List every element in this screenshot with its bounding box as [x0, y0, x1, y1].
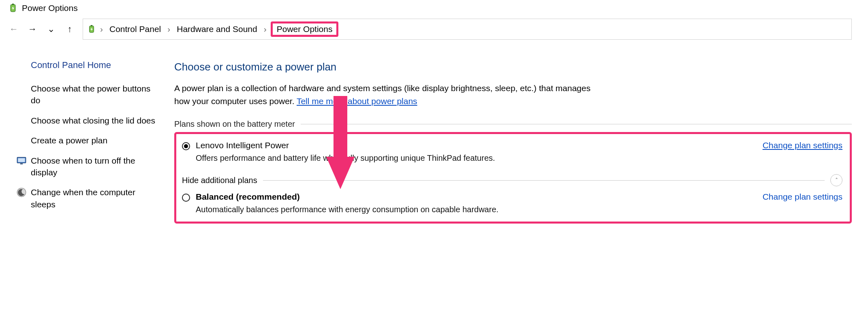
breadcrumb-sep-icon: ›: [99, 24, 104, 34]
sidebar-home-link[interactable]: Control Panel Home: [31, 60, 162, 70]
divider: [301, 124, 852, 124]
sidebar-item-computer-sleeps[interactable]: Change when the computer sleeps: [16, 186, 162, 210]
main-panel: Choose or customize a power plan A power…: [174, 54, 852, 224]
collapse-chevron-up-icon[interactable]: ˄: [830, 174, 842, 186]
nav-up-icon[interactable]: ↑: [64, 24, 75, 34]
radio-selected[interactable]: [182, 142, 190, 150]
sidebar-item-label: Choose what closing the lid does: [31, 115, 155, 126]
content-area: Control Panel Home Choose what the power…: [0, 42, 868, 224]
breadcrumb-control-panel[interactable]: Control Panel: [107, 23, 163, 35]
sidebar-item-power-buttons[interactable]: Choose what the power buttons do: [16, 83, 162, 107]
plans-highlight-box: Lenovo Intelligent Power Change plan set…: [174, 132, 852, 224]
nav-back-icon[interactable]: ←: [8, 24, 19, 34]
change-plan-settings-link[interactable]: Change plan settings: [763, 141, 842, 150]
plans-section-label: Plans shown on the battery meter: [174, 119, 295, 129]
sidebar-item-create-plan[interactable]: Create a power plan: [16, 134, 162, 146]
page-description: A power plan is a collection of hardware…: [174, 82, 596, 107]
window-titlebar: Power Options: [0, 0, 868, 16]
power-plan-lenovo: Lenovo Intelligent Power Change plan set…: [182, 141, 842, 163]
svg-rect-5: [18, 158, 25, 162]
moon-icon: [16, 187, 27, 198]
hide-additional-plans-label[interactable]: Hide additional plans: [182, 176, 257, 185]
svg-rect-3: [91, 25, 92, 26]
change-plan-settings-link[interactable]: Change plan settings: [763, 192, 842, 202]
display-icon: [16, 156, 27, 166]
hide-additional-plans-row: Hide additional plans ˄: [182, 174, 842, 186]
nav-forward-icon[interactable]: →: [27, 24, 38, 34]
sidebar: Control Panel Home Choose what the power…: [16, 54, 162, 224]
sidebar-item-closing-lid[interactable]: Choose what closing the lid does: [16, 115, 162, 126]
radio-unselected[interactable]: [182, 194, 190, 202]
plan-description: Offers performance and battery life whil…: [196, 153, 842, 163]
sidebar-item-label: Choose what the power buttons do: [31, 83, 162, 107]
svg-rect-1: [12, 4, 14, 5]
sidebar-item-label: Create a power plan: [31, 134, 107, 146]
sidebar-item-turn-off-display[interactable]: Choose when to turn off the display: [16, 155, 162, 179]
breadcrumb-power-options[interactable]: Power Options: [271, 21, 339, 37]
nav-history-dropdown-icon[interactable]: ⌄: [45, 24, 57, 34]
plan-description: Automatically balances performance with …: [196, 205, 842, 214]
plans-section-header: Plans shown on the battery meter: [174, 119, 852, 129]
breadcrumb[interactable]: › Control Panel › Hardware and Sound › P…: [83, 19, 852, 40]
divider: [263, 180, 825, 181]
power-options-icon: [87, 25, 96, 34]
learn-more-link[interactable]: Tell me more about power plans: [297, 96, 417, 106]
breadcrumb-sep-icon: ›: [263, 24, 267, 34]
address-bar: ← → ⌄ ↑ › Control Panel › Hardware and S…: [0, 16, 868, 42]
sidebar-item-label: Change when the computer sleeps: [31, 186, 162, 210]
power-plan-balanced: Balanced (recommended) Change plan setti…: [182, 192, 842, 214]
power-options-icon: [8, 3, 18, 13]
breadcrumb-sep-icon: ›: [167, 24, 171, 34]
sidebar-item-label: Choose when to turn off the display: [31, 155, 162, 179]
page-title: Choose or customize a power plan: [174, 61, 852, 73]
breadcrumb-hardware-and-sound[interactable]: Hardware and Sound: [174, 23, 259, 35]
svg-rect-6: [20, 163, 23, 164]
plan-name[interactable]: Lenovo Intelligent Power: [196, 141, 289, 150]
plan-name[interactable]: Balanced (recommended): [196, 192, 300, 202]
window-title: Power Options: [22, 3, 78, 13]
